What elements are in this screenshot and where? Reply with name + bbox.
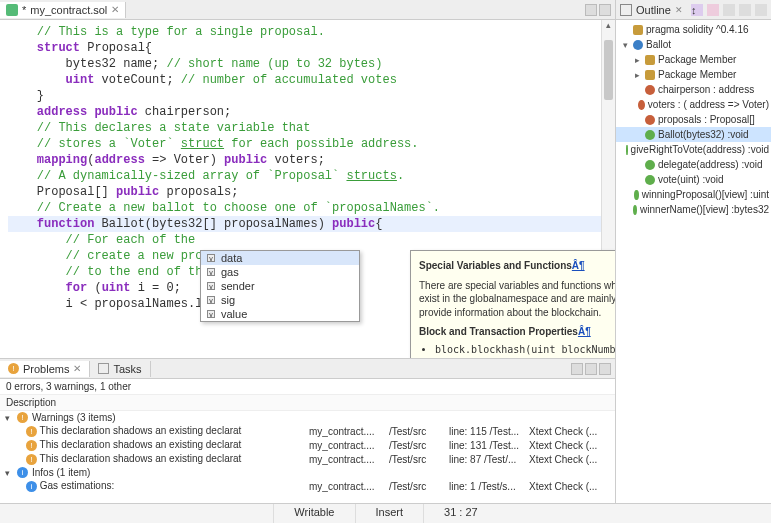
- pkg-icon: [645, 70, 655, 80]
- close-icon[interactable]: ✕: [73, 363, 81, 374]
- filter-icon[interactable]: [707, 4, 719, 16]
- code-line[interactable]: function Ballot(bytes32[] proposalNames)…: [8, 216, 607, 232]
- code-line[interactable]: Proposal[] public proposals;: [8, 184, 607, 200]
- problem-row[interactable]: ! This declaration shadows an existing d…: [0, 452, 615, 466]
- outline-tree[interactable]: pragma solidity ^0.4.16▾Ballot▸Package M…: [616, 20, 771, 503]
- pkg-icon: [645, 55, 655, 65]
- code-line[interactable]: // stores a `Voter` struct for each poss…: [8, 136, 607, 152]
- sort-icon[interactable]: ↕: [691, 4, 703, 16]
- tab-label: Problems: [23, 363, 69, 375]
- col-resource[interactable]: [309, 397, 389, 408]
- outline-item[interactable]: chairperson : address: [616, 82, 771, 97]
- tasks-icon: [98, 363, 109, 374]
- col-description[interactable]: Description: [6, 397, 309, 408]
- code-line[interactable]: // This declares a state variable that: [8, 120, 607, 136]
- outline-label: chairperson : address: [658, 84, 754, 95]
- outline-label: Ballot: [646, 39, 671, 50]
- warn-icon: !: [26, 440, 37, 451]
- autocomplete-popup: vdatavgasvsendervsigvvalue: [200, 250, 360, 322]
- code-line[interactable]: bytes32 name; // short name (up to 32 by…: [8, 56, 607, 72]
- autocomplete-item[interactable]: vdata: [201, 251, 359, 265]
- editor-tab[interactable]: * my_contract.sol ✕: [0, 2, 126, 18]
- problem-row[interactable]: ! This declaration shadows an existing d…: [0, 424, 615, 438]
- autocomplete-item[interactable]: vvalue: [201, 307, 359, 321]
- close-icon[interactable]: ✕: [675, 5, 683, 15]
- scrollbar-thumb[interactable]: [604, 40, 613, 100]
- variable-icon: v: [207, 282, 215, 290]
- col-location[interactable]: [449, 397, 529, 408]
- code-line[interactable]: uint voteCount; // number of accumulated…: [8, 72, 607, 88]
- outline-item[interactable]: winningProposal()[view] :uint: [616, 187, 771, 202]
- maximize-icon[interactable]: [755, 4, 767, 16]
- outline-item[interactable]: Ballot(bytes32) :void: [616, 127, 771, 142]
- view-menu-icon[interactable]: [571, 363, 583, 375]
- field-icon: [645, 85, 655, 95]
- collapse-all-icon[interactable]: [723, 4, 735, 16]
- code-line[interactable]: // For each of the: [8, 232, 607, 248]
- info-icon: i: [26, 481, 37, 492]
- method-icon: [626, 145, 627, 155]
- outline-item[interactable]: winnerName()[view] :bytes32: [616, 202, 771, 217]
- problem-row[interactable]: ! This declaration shadows an existing d…: [0, 438, 615, 452]
- field-icon: [645, 115, 655, 125]
- problems-summary: 0 errors, 3 warnings, 1 other: [0, 379, 615, 395]
- tab-tasks[interactable]: Tasks: [90, 361, 150, 377]
- method-icon: [645, 160, 655, 170]
- outline-item[interactable]: vote(uint) :void: [616, 172, 771, 187]
- tab-problems[interactable]: ! Problems ✕: [0, 361, 90, 377]
- outline-item[interactable]: voters : ( address => Voter): [616, 97, 771, 112]
- tree-twisty-icon[interactable]: ▸: [633, 55, 642, 65]
- outline-item[interactable]: pragma solidity ^0.4.16: [616, 22, 771, 37]
- tooltip-anchor-icon[interactable]: Â¶: [572, 260, 585, 271]
- problems-group[interactable]: ▾iInfos (1 item): [0, 466, 615, 479]
- tree-twisty-icon[interactable]: ▾: [2, 468, 13, 478]
- minimize-icon[interactable]: [739, 4, 751, 16]
- problems-pane-controls: [567, 363, 615, 375]
- method-icon: [645, 130, 655, 140]
- problems-group[interactable]: ▾!Warnings (3 items): [0, 411, 615, 424]
- status-cursor-position: 31 : 27: [423, 504, 498, 523]
- code-line[interactable]: // Create a new ballot to choose one of …: [8, 200, 607, 216]
- outline-label: delegate(address) :void: [658, 159, 763, 170]
- minimize-icon[interactable]: [585, 363, 597, 375]
- scroll-up-arrow-icon[interactable]: ▴: [602, 20, 615, 34]
- tooltip-anchor-icon[interactable]: Â¶: [578, 326, 591, 337]
- dirty-indicator: *: [22, 4, 26, 16]
- maximize-icon[interactable]: [599, 363, 611, 375]
- outline-item[interactable]: ▾Ballot: [616, 37, 771, 52]
- warn-icon: !: [26, 454, 37, 465]
- code-line[interactable]: // A dynamically-sized array of `Proposa…: [8, 168, 607, 184]
- tree-twisty-icon[interactable]: ▾: [2, 413, 13, 423]
- outline-item[interactable]: ▸Package Member: [616, 52, 771, 67]
- bottom-tab-bar: ! Problems ✕ Tasks: [0, 359, 615, 379]
- outline-item[interactable]: giveRightToVote(address) :void: [616, 142, 771, 157]
- code-line[interactable]: // This is a type for a single proposal.: [8, 24, 607, 40]
- code-line[interactable]: mapping(address => Voter) public voters;: [8, 152, 607, 168]
- outline-item[interactable]: ▸Package Member: [616, 67, 771, 82]
- code-line[interactable]: address public chairperson;: [8, 104, 607, 120]
- col-type[interactable]: [529, 397, 609, 408]
- autocomplete-item[interactable]: vsender: [201, 279, 359, 293]
- problem-row[interactable]: i Gas estimations:my_contract..../Test/s…: [0, 479, 615, 493]
- outline-label: Package Member: [658, 69, 736, 80]
- outline-label: pragma solidity ^0.4.16: [646, 24, 749, 35]
- outline-item[interactable]: delegate(address) :void: [616, 157, 771, 172]
- maximize-icon[interactable]: [599, 4, 611, 16]
- problems-icon: !: [8, 363, 19, 374]
- method-icon: [633, 205, 637, 215]
- problems-tree[interactable]: ▾!Warnings (3 items)! This declaration s…: [0, 411, 615, 503]
- tree-twisty-icon[interactable]: ▾: [621, 40, 630, 50]
- tab-label: Tasks: [113, 363, 141, 375]
- code-editor[interactable]: // This is a type for a single proposal.…: [0, 20, 615, 358]
- outline-item[interactable]: proposals : Proposal[]: [616, 112, 771, 127]
- autocomplete-item[interactable]: vgas: [201, 265, 359, 279]
- autocomplete-item[interactable]: vsig: [201, 293, 359, 307]
- col-path[interactable]: [389, 397, 449, 408]
- minimize-icon[interactable]: [585, 4, 597, 16]
- tab-filename: my_contract.sol: [30, 4, 107, 16]
- close-icon[interactable]: ✕: [111, 4, 119, 15]
- code-line[interactable]: }: [8, 88, 607, 104]
- tree-twisty-icon[interactable]: ▸: [633, 70, 642, 80]
- code-line[interactable]: struct Proposal{: [8, 40, 607, 56]
- group-label: Warnings (3 items): [32, 412, 116, 423]
